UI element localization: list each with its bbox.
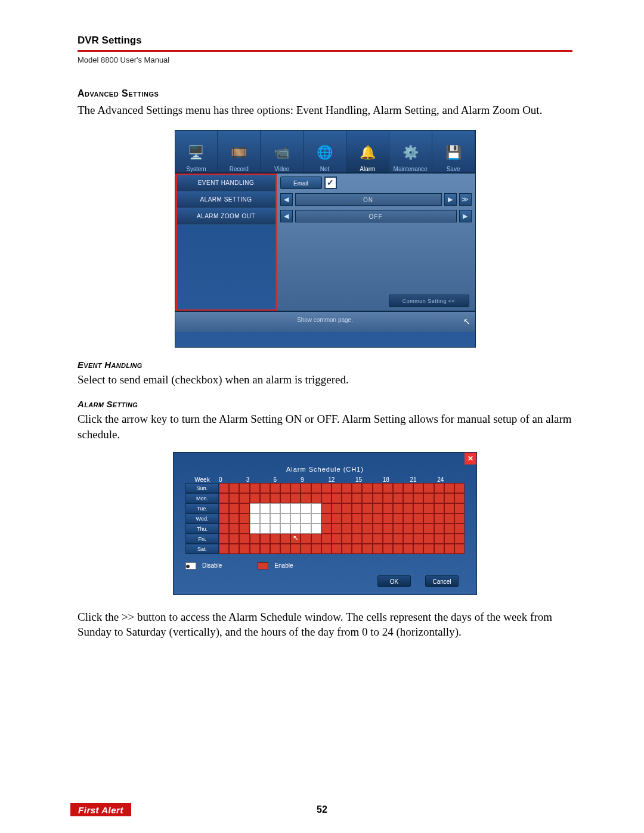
schedule-cell[interactable] [444, 524, 454, 534]
schedule-cell[interactable] [250, 513, 260, 524]
schedule-cell[interactable] [454, 544, 465, 554]
schedule-cell[interactable] [260, 544, 270, 554]
schedule-cell[interactable] [403, 493, 413, 503]
schedule-cell[interactable] [301, 544, 311, 554]
schedule-cell[interactable] [260, 493, 270, 503]
schedule-cell[interactable] [290, 493, 301, 503]
schedule-cell[interactable] [229, 524, 239, 534]
schedule-cell[interactable] [454, 493, 465, 503]
schedule-cell[interactable] [434, 524, 444, 534]
schedule-cell[interactable] [454, 483, 465, 493]
schedule-cell[interactable] [321, 493, 332, 503]
schedule-cell[interactable] [373, 483, 383, 493]
schedule-cell[interactable] [270, 513, 280, 524]
schedule-cell[interactable] [403, 534, 413, 544]
schedule-cell[interactable] [413, 483, 423, 493]
cancel-button[interactable]: Cancel [425, 575, 459, 587]
schedule-cell[interactable] [454, 534, 465, 544]
schedule-cell[interactable] [290, 483, 301, 493]
schedule-cell[interactable] [321, 544, 332, 554]
schedule-cell[interactable] [383, 544, 393, 554]
schedule-cell[interactable] [301, 483, 311, 493]
schedule-cell[interactable] [352, 524, 362, 534]
schedule-cell[interactable] [311, 544, 321, 554]
schedule-cell[interactable] [362, 503, 372, 513]
schedule-cell[interactable] [362, 534, 372, 544]
schedule-cell[interactable] [280, 534, 290, 544]
schedule-cell[interactable] [260, 524, 270, 534]
schedule-cell[interactable] [219, 503, 229, 513]
schedule-cell[interactable] [403, 513, 413, 524]
schedule-cell[interactable] [362, 483, 372, 493]
schedule-cell[interactable] [342, 503, 352, 513]
schedule-cell[interactable] [229, 513, 239, 524]
schedule-cell[interactable] [321, 513, 332, 524]
schedule-cell[interactable] [270, 503, 280, 513]
schedule-cell[interactable] [362, 513, 372, 524]
schedule-cell[interactable] [434, 534, 444, 544]
email-checkbox[interactable]: ✓ [324, 176, 337, 189]
schedule-cell[interactable] [332, 524, 342, 534]
schedule-cell[interactable] [260, 483, 270, 493]
schedule-cell[interactable] [342, 524, 352, 534]
schedule-cell[interactable] [270, 483, 280, 493]
schedule-cell[interactable] [301, 534, 311, 544]
schedule-cell[interactable] [342, 534, 352, 544]
schedule-cell[interactable] [413, 513, 423, 524]
schedule-cell[interactable] [352, 503, 362, 513]
schedule-cell[interactable] [239, 524, 249, 534]
schedule-cell[interactable] [423, 534, 434, 544]
schedule-cell[interactable] [352, 483, 362, 493]
schedule-cell[interactable] [239, 513, 249, 524]
schedule-cell[interactable] [434, 544, 444, 554]
schedule-cell[interactable] [239, 483, 249, 493]
schedule-cell[interactable] [352, 544, 362, 554]
schedule-cell[interactable] [383, 493, 393, 503]
schedule-cell[interactable] [393, 503, 403, 513]
schedule-cell[interactable] [393, 524, 403, 534]
schedule-cell[interactable] [423, 513, 434, 524]
schedule-cell[interactable] [250, 534, 260, 544]
schedule-cell[interactable] [444, 534, 454, 544]
schedule-cell[interactable] [332, 534, 342, 544]
schedule-cell[interactable] [373, 544, 383, 554]
schedule-cell[interactable] [332, 513, 342, 524]
schedule-cell[interactable] [270, 534, 280, 544]
schedule-cell[interactable] [280, 493, 290, 503]
schedule-cell[interactable] [362, 524, 372, 534]
schedule-cell[interactable] [239, 503, 249, 513]
schedule-cell[interactable] [229, 483, 239, 493]
tab-net[interactable]: 🌐Net [304, 131, 346, 172]
schedule-cell[interactable] [423, 503, 434, 513]
schedule-cell[interactable] [352, 493, 362, 503]
schedule-cell[interactable] [393, 513, 403, 524]
schedule-cell[interactable] [413, 544, 423, 554]
schedule-cell[interactable] [280, 513, 290, 524]
schedule-cell[interactable] [270, 544, 280, 554]
schedule-cell[interactable] [434, 493, 444, 503]
schedule-cell[interactable] [454, 503, 465, 513]
schedule-cell[interactable] [383, 503, 393, 513]
schedule-cell[interactable] [260, 534, 270, 544]
schedule-cell[interactable] [383, 483, 393, 493]
schedule-cell[interactable] [219, 513, 229, 524]
schedule-cell[interactable] [301, 513, 311, 524]
schedule-cell[interactable] [393, 544, 403, 554]
schedule-cell[interactable] [393, 534, 403, 544]
tab-system[interactable]: 🖥️System [175, 131, 218, 172]
schedule-cell[interactable] [280, 544, 290, 554]
schedule-cell[interactable] [332, 493, 342, 503]
schedule-cell[interactable] [373, 493, 383, 503]
schedule-cell[interactable] [373, 513, 383, 524]
tab-video[interactable]: 📹Video [261, 131, 304, 172]
schedule-cell[interactable] [362, 544, 372, 554]
schedule-cell[interactable] [454, 513, 465, 524]
alarm-setting-more-button[interactable]: ≫ [459, 193, 472, 206]
tab-record[interactable]: 🎞️Record [218, 131, 261, 172]
schedule-cell[interactable] [311, 483, 321, 493]
schedule-cell[interactable] [373, 503, 383, 513]
schedule-cell[interactable] [342, 544, 352, 554]
schedule-cell[interactable] [444, 483, 454, 493]
schedule-cell[interactable] [290, 513, 301, 524]
sidebar-item-event-handling[interactable]: EVENT HANDLING [177, 175, 275, 191]
